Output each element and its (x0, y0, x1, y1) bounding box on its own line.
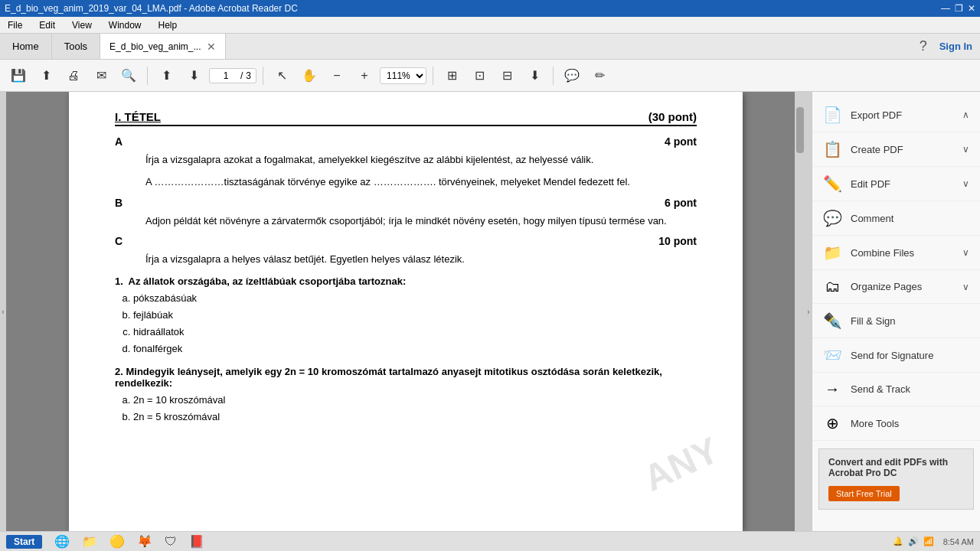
zoom-out-button[interactable]: − (325, 64, 349, 88)
zoom-in-button[interactable]: + (352, 64, 377, 88)
section-b-header: B 6 pont (115, 197, 697, 209)
panel-item-send-signature[interactable]: 📨 Send for Signature (812, 338, 980, 373)
list-item: pókszabásúak (133, 290, 697, 307)
print-button[interactable]: 🖨 (61, 64, 86, 88)
question-2: 2. Mindegyik leánysejt, amelyik egy 2n =… (115, 366, 697, 425)
taskbar-firefox-icon[interactable]: 🦊 (137, 534, 152, 549)
combine-files-label: Combine Files (851, 247, 953, 259)
email-button[interactable]: ✉ (89, 64, 113, 88)
comment-button[interactable]: 💬 (560, 64, 584, 88)
signin-button[interactable]: Sign In (939, 41, 972, 52)
tab-document[interactable]: E_d_bio_veg_anim_... ✕ (100, 34, 226, 59)
section-a-text1: Írja a vizsgalapra azokat a fogalmakat, … (145, 152, 697, 168)
menu-window[interactable]: Window (104, 18, 146, 32)
taskbar-antivirus-icon[interactable]: 🛡 (165, 535, 177, 549)
taskbar-chrome-icon[interactable]: 🟡 (109, 534, 125, 549)
list-item: 2n = 10 kroszómával (133, 392, 697, 409)
system-tray: 🔔 🔊 📶 (893, 536, 934, 546)
save-button[interactable]: 💾 (6, 64, 31, 88)
list-item: hidraállatok (133, 324, 697, 341)
pen-button[interactable]: ✏ (587, 64, 612, 88)
section-c-header: C 10 pont (115, 235, 697, 247)
download-button[interactable]: ⬇ (522, 64, 547, 88)
panel-item-edit-pdf[interactable]: ✏️ Edit PDF ∨ (812, 167, 980, 201)
vertical-scrollbar[interactable] (795, 92, 805, 531)
left-panel-handle[interactable]: ‹ (0, 92, 6, 531)
section-b-points: 6 pont (665, 197, 697, 209)
tab-tools-label: Tools (64, 41, 87, 52)
list-item: 2n = 5 kroszómával (133, 409, 697, 425)
minimize-button[interactable]: — (941, 3, 950, 14)
menu-edit[interactable]: Edit (34, 18, 60, 32)
main-layout: ‹ I. TÉTEL (30 pont) A 4 pont Írja a viz… (0, 92, 980, 531)
tab-close-button[interactable]: ✕ (207, 41, 216, 53)
start-button[interactable]: Start (6, 535, 42, 549)
tab-home-label: Home (12, 41, 39, 52)
panel-item-send-track[interactable]: → Send & Track (812, 373, 980, 406)
tab-home[interactable]: Home (0, 34, 52, 59)
find-button[interactable]: 🔍 (116, 64, 141, 88)
fit-width-button[interactable]: ⊡ (467, 64, 492, 88)
upload-button[interactable]: ⬆ (34, 64, 58, 88)
right-panel: 📄 Export PDF ∧ 📋 Create PDF ∨ ✏️ Edit PD… (812, 92, 980, 531)
panel-item-comment[interactable]: 💬 Comment (812, 201, 980, 236)
section-c-label: C (115, 235, 122, 247)
scroll-thumb[interactable] (796, 107, 804, 153)
tab-tools[interactable]: Tools (52, 34, 100, 59)
full-screen-button[interactable]: ⊟ (495, 64, 519, 88)
send-track-icon: → (823, 380, 841, 398)
panel-item-fill-sign[interactable]: ✒️ Fill & Sign (812, 304, 980, 338)
export-pdf-arrow: ∧ (962, 109, 969, 120)
fit-page-button[interactable]: ⊞ (439, 64, 464, 88)
tab-bar-right: ? Sign In (912, 34, 980, 59)
section-c-text: Írja a vizsgalapra a helyes válasz betűj… (145, 252, 697, 268)
tab-bar: Home Tools E_d_bio_veg_anim_... ✕ ? Sign… (0, 34, 980, 60)
watermark: ANY (637, 429, 725, 500)
close-button[interactable]: ✕ (968, 3, 975, 14)
trial-button[interactable]: Start Free Trial (828, 486, 900, 501)
prev-page-button[interactable]: ⬆ (154, 64, 178, 88)
menu-bar: File Edit View Window Help (0, 17, 980, 34)
hand-tool-button[interactable]: ✋ (297, 64, 322, 88)
page-input[interactable] (214, 70, 237, 81)
status-right: 🔔 🔊 📶 8:54 AM (893, 536, 974, 546)
trial-box: Convert and edit PDFs with Acrobat Pro D… (818, 448, 974, 510)
page-total: 3 (246, 70, 251, 81)
toolbar: 💾 ⬆ 🖨 ✉ 🔍 ⬆ ⬇ / 3 ↖ ✋ − + 111% 100% 125%… (0, 60, 980, 92)
select-tool-button[interactable]: ↖ (270, 64, 294, 88)
panel-item-more-tools[interactable]: ⊕ More Tools (812, 406, 980, 441)
zoom-select[interactable]: 111% 100% 125% 150% 75% (380, 67, 426, 84)
separator-3 (433, 67, 433, 85)
section-a-label: A (115, 135, 122, 148)
edit-pdf-label: Edit PDF (851, 178, 953, 190)
create-pdf-label: Create PDF (851, 144, 953, 155)
panel-item-export-pdf[interactable]: 📄 Export PDF ∧ (812, 98, 980, 132)
section-b-label: B (115, 197, 122, 209)
menu-file[interactable]: File (3, 18, 27, 32)
fill-sign-label: Fill & Sign (851, 315, 969, 327)
menu-help[interactable]: Help (154, 18, 182, 32)
next-page-button[interactable]: ⬇ (181, 64, 206, 88)
title-bar: E_d_bio_veg_anim_2019_var_04_LMA.pdf - A… (0, 0, 980, 17)
panel-item-create-pdf[interactable]: 📋 Create PDF ∨ (812, 132, 980, 167)
status-bar: Start 🌐 📁 🟡 🦊 🛡 📕 🔔 🔊 📶 8:54 AM (0, 531, 980, 551)
pdf-area: I. TÉTEL (30 pont) A 4 pont Írja a vizsg… (6, 92, 805, 531)
separator-4 (553, 67, 554, 85)
maximize-button[interactable]: ❐ (955, 3, 963, 14)
taskbar-folder-icon[interactable]: 📁 (82, 534, 97, 549)
tab-doc-label: E_d_bio_veg_anim_... (109, 41, 201, 52)
taskbar-acrobat-icon[interactable]: 📕 (189, 534, 204, 549)
send-signature-label: Send for Signature (851, 350, 969, 361)
panel-item-combine-files[interactable]: 📁 Combine Files ∨ (812, 236, 980, 270)
taskbar-ie-icon[interactable]: 🌐 (54, 534, 70, 549)
right-panel-handle[interactable]: › (805, 92, 812, 531)
separator-1 (147, 67, 148, 85)
help-icon[interactable]: ? (920, 38, 927, 54)
page-separator: / (240, 70, 243, 81)
organize-pages-arrow: ∨ (962, 282, 969, 292)
organize-pages-label: Organize Pages (851, 281, 953, 292)
q1-number: 1. Az állatok országába, az ízeltlábúak … (115, 276, 697, 287)
menu-view[interactable]: View (67, 18, 96, 32)
panel-item-organize-pages[interactable]: 🗂 Organize Pages ∨ (812, 270, 980, 304)
tray-icon-3: 📶 (923, 536, 934, 546)
